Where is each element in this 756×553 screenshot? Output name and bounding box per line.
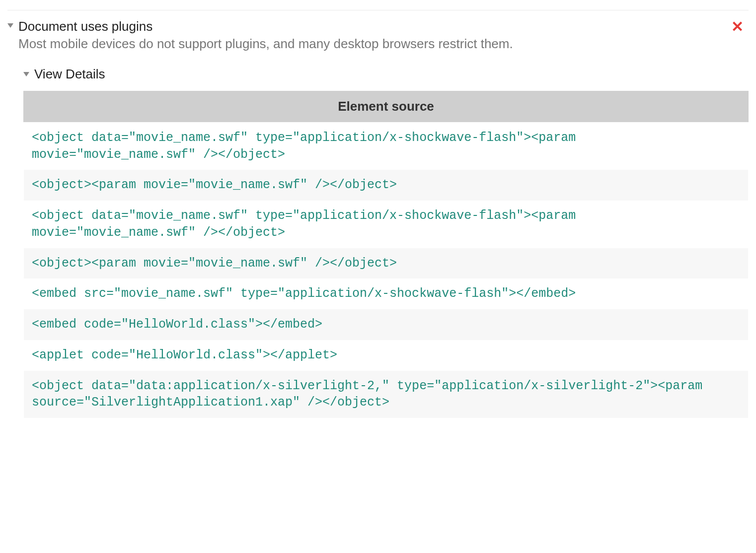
table-row: <applet code="HelloWorld.class"></applet… bbox=[24, 340, 748, 371]
table-row: <object data="movie_name.swf" type="appl… bbox=[24, 201, 748, 248]
details-section: View Details Element source <object data… bbox=[23, 67, 749, 418]
close-icon[interactable]: ✕ bbox=[731, 19, 744, 34]
table-body: <object data="movie_name.swf" type="appl… bbox=[23, 122, 749, 418]
table-row: <embed code="HelloWorld.class"></embed> bbox=[24, 309, 748, 340]
table-row: <object><param movie="movie_name.swf" />… bbox=[24, 248, 748, 279]
audit-title: Document uses plugins bbox=[18, 18, 152, 35]
audit-item: ✕ Document uses plugins Most mobile devi… bbox=[7, 10, 749, 418]
chevron-down-icon bbox=[23, 72, 29, 76]
element-source-table: Element source <object data="movie_name.… bbox=[23, 91, 749, 418]
audit-header: Document uses plugins bbox=[7, 18, 749, 35]
details-label: View Details bbox=[34, 67, 105, 82]
details-toggle[interactable]: View Details bbox=[23, 67, 749, 82]
table-header: Element source bbox=[23, 91, 749, 122]
audit-subtitle: Most mobile devices do not support plugi… bbox=[18, 35, 749, 53]
table-row: <object><param movie="movie_name.swf" />… bbox=[24, 170, 748, 201]
chevron-down-icon[interactable] bbox=[7, 23, 13, 28]
table-row: <object data="data:application/x-silverl… bbox=[24, 371, 748, 418]
table-row: <object data="movie_name.swf" type="appl… bbox=[24, 123, 748, 170]
table-row: <embed src="movie_name.swf" type="applic… bbox=[24, 278, 748, 309]
